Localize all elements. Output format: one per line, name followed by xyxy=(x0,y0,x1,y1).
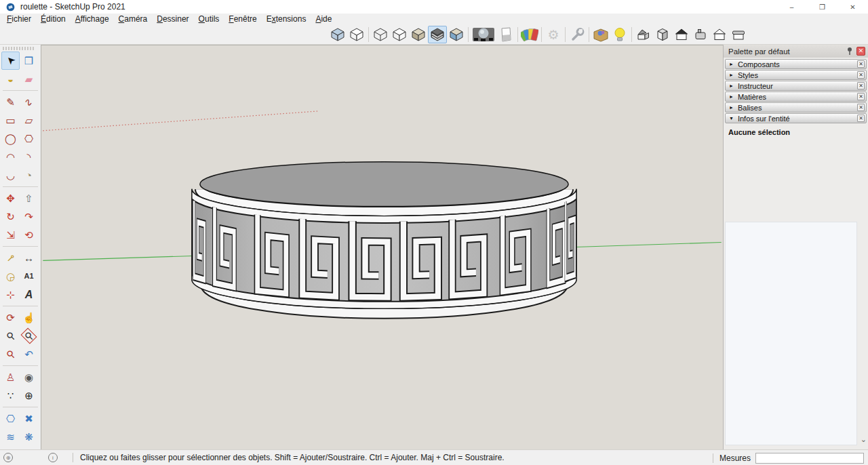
shadows-icon[interactable] xyxy=(471,26,496,43)
face-style-back-edges-icon[interactable] xyxy=(347,26,366,43)
select-tool-icon[interactable]: ➤ xyxy=(1,52,20,70)
pin-icon[interactable] xyxy=(846,47,853,56)
face-style-wireframe-icon[interactable] xyxy=(371,26,390,43)
section-close-icon[interactable]: ✕ xyxy=(857,60,865,68)
view-left-icon[interactable] xyxy=(729,26,748,43)
drawing-canvas[interactable] xyxy=(41,45,723,449)
section-label: Instructeur xyxy=(738,82,773,90)
extension-tool-4-tool-icon[interactable]: ❋ xyxy=(20,428,38,446)
preferences-icon[interactable] xyxy=(568,26,587,43)
three-point-arc-tool-icon[interactable]: ◡ xyxy=(1,166,20,184)
scroll-down-icon[interactable]: ⌄ xyxy=(861,435,867,444)
toolbar-drag-handle[interactable] xyxy=(3,47,35,50)
view-top-icon[interactable] xyxy=(653,26,672,43)
toolbar-separator xyxy=(565,27,566,42)
two-point-arc-tool-icon[interactable]: ◝ xyxy=(20,148,38,166)
menu-edition[interactable]: Édition xyxy=(36,14,71,25)
dimension-tool-icon[interactable]: ↔ xyxy=(20,249,38,267)
line-glyph: ✎ xyxy=(6,97,15,107)
face-style-shaded-with-textures-icon[interactable] xyxy=(428,26,447,43)
eraser-tool-icon[interactable]: ▰ xyxy=(20,70,38,88)
protractor-tool-icon[interactable]: ◶ xyxy=(1,267,20,285)
menu-aide[interactable]: Aide xyxy=(311,14,336,25)
walk-glyph: ∵ xyxy=(7,390,14,401)
view-front-icon[interactable] xyxy=(672,26,691,43)
materials-icon[interactable] xyxy=(520,26,539,43)
extension-tool-2-tool-icon[interactable]: ✖ xyxy=(20,409,38,428)
offset-tool-icon[interactable]: ⟲ xyxy=(20,226,38,244)
pan-tool-icon[interactable]: ☝ xyxy=(20,308,38,327)
face-style-shaded-icon[interactable] xyxy=(409,26,428,43)
text-tool-icon[interactable]: A1 xyxy=(20,267,38,285)
position-camera-tool-icon[interactable]: ♙ xyxy=(1,368,20,386)
section-close-icon[interactable]: ✕ xyxy=(857,104,865,111)
paint-box-icon[interactable] xyxy=(591,26,610,43)
maximize-button[interactable]: ❐ xyxy=(807,0,837,14)
paint-bucket-tool-icon[interactable]: ◒ xyxy=(1,70,20,88)
view-back-icon[interactable] xyxy=(710,26,729,43)
style-settings-icon[interactable]: ⚙ xyxy=(544,26,563,43)
menu-fichier[interactable]: Fichier xyxy=(2,14,36,25)
rectangle-tool-icon[interactable]: ▭ xyxy=(1,111,20,129)
freehand-tool-icon[interactable]: ∿ xyxy=(20,93,38,111)
make-component-tool-icon[interactable]: ❒ xyxy=(20,52,38,70)
credit-icon[interactable]: i xyxy=(48,453,58,462)
model-viewport[interactable] xyxy=(41,45,723,449)
look-around-tool-icon[interactable]: ◉ xyxy=(20,368,38,386)
view-iso-icon[interactable] xyxy=(634,26,653,43)
measurements-input[interactable] xyxy=(755,453,864,464)
geolocation-icon[interactable]: ⊕ xyxy=(3,453,13,462)
menu-dessiner[interactable]: Dessiner xyxy=(152,14,193,25)
scale-tool-icon[interactable]: ⇲ xyxy=(1,226,20,244)
polygon-tool-icon[interactable]: ⎔ xyxy=(20,129,38,148)
tray-section-instructeur[interactable]: ►Instructeur✕ xyxy=(725,81,867,91)
follow-me-tool-icon[interactable]: ↷ xyxy=(20,207,38,226)
model-3d[interactable] xyxy=(192,162,576,314)
menu-affichage[interactable]: Affichage xyxy=(71,14,114,25)
extension-tool-3-tool-icon[interactable]: ≋ xyxy=(1,428,20,446)
arc-tool-icon[interactable]: ◠ xyxy=(1,148,20,166)
menu-extensions[interactable]: Extensions xyxy=(262,14,311,25)
section-close-icon[interactable]: ✕ xyxy=(857,71,865,79)
menu-outils[interactable]: Outils xyxy=(194,14,224,25)
axes-tool-icon[interactable]: ⊹ xyxy=(1,285,20,304)
entity-info-status: Aucune sélection xyxy=(724,124,868,136)
line-tool-icon[interactable]: ✎ xyxy=(1,93,20,111)
walk-tool-icon[interactable]: ∵ xyxy=(1,386,20,405)
pie-tool-icon[interactable]: ◔ xyxy=(20,166,38,184)
section-close-icon[interactable]: ✕ xyxy=(857,93,865,100)
tray-section-infossurlentite[interactable]: ▼Infos sur l'entité✕ xyxy=(725,113,867,123)
section-close-icon[interactable]: ✕ xyxy=(857,115,865,122)
face-style-monochrome-icon[interactable] xyxy=(447,26,466,43)
tray-section-styles[interactable]: ►Styles✕ xyxy=(725,70,867,80)
zoom-extents-tool-icon[interactable]: ⚲ xyxy=(1,345,20,363)
face-style-x-ray-icon[interactable] xyxy=(328,26,347,43)
move-tool-icon[interactable]: ✥ xyxy=(1,189,20,207)
previous-view-tool-icon[interactable]: ↶ xyxy=(20,345,38,363)
menu-fenetre[interactable]: Fenêtre xyxy=(224,14,261,25)
face-style-hidden-line-icon[interactable] xyxy=(390,26,409,43)
menu-camera[interactable]: Caméra xyxy=(114,14,153,25)
section-close-icon[interactable]: ✕ xyxy=(857,82,865,89)
extension-tool-1-tool-icon[interactable]: ⎔ xyxy=(1,409,20,428)
3d-text-tool-icon[interactable]: A xyxy=(20,285,38,304)
push-pull-tool-icon[interactable]: ⇧ xyxy=(20,189,38,207)
navigation-compass-tool-icon[interactable]: ⊕ xyxy=(20,386,38,405)
tape-measure-tool-icon[interactable]: ⊸ xyxy=(1,249,20,267)
rotate-tool-icon[interactable]: ↻ xyxy=(1,207,20,226)
zoom-window-tool-icon[interactable]: ⚲ xyxy=(20,327,38,345)
close-button[interactable]: ✕ xyxy=(837,0,868,14)
orbit-tool-icon[interactable]: ⟳ xyxy=(1,308,20,327)
tray-close-icon[interactable]: ✕ xyxy=(856,47,865,56)
zoom-tool-icon[interactable]: ⚲ xyxy=(1,327,20,345)
light-icon[interactable] xyxy=(610,26,629,43)
tray-section-matieres[interactable]: ►Matières✕ xyxy=(725,92,867,102)
minimize-button[interactable]: – xyxy=(776,0,807,14)
tool-separator xyxy=(3,186,38,187)
circle-tool-icon[interactable]: ◯ xyxy=(1,129,20,148)
section-display-icon[interactable] xyxy=(496,26,515,43)
tray-section-composants[interactable]: ►Composants✕ xyxy=(725,59,867,69)
view-right-icon[interactable] xyxy=(691,26,710,43)
rotated-rectangle-tool-icon[interactable]: ▱ xyxy=(20,111,38,129)
tray-section-balises[interactable]: ►Balises✕ xyxy=(725,102,867,113)
